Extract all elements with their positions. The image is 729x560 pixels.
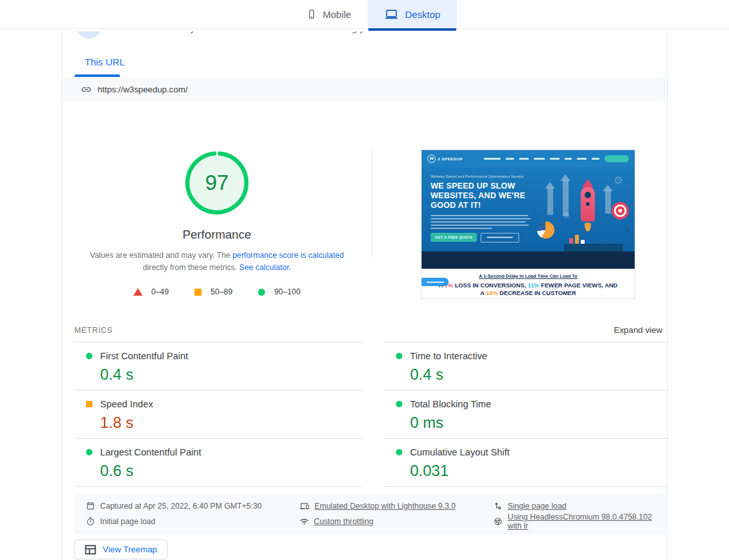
good-circle-icon [258,289,265,296]
nav-link-placeholder [565,158,572,160]
thumb-side-ribbon [422,278,449,286]
device-tab-bar: Mobile Desktop [0,0,729,31]
nav-link-placeholder [519,158,529,160]
text-line-placeholder [431,225,529,226]
pie-chart-icon [537,221,554,239]
tab-desktop-label: Desktop [405,9,440,20]
average-square-icon [194,289,202,296]
capture-info-panel: Captured at Apr 25, 2022, 6:40 PM GMT+5:… [74,493,668,534]
score-note-text-2: directly from these metrics. [142,263,239,272]
metric-value: 0.4 s [410,366,667,384]
thumb-stat-line: A 7% LOSS IN CONVERSIONS, 11% FEWER PAGE… [436,282,620,297]
capture-page-load-type: Initial page load [86,515,300,528]
thumb-illustration: ⚙ ⚙ ⚙ [533,176,631,251]
thumb-site-nav [484,155,629,162]
capture-emulation: Emulated Desktop with Lighthouse 9.3.0 [300,500,493,513]
sampling-icon [493,502,502,511]
metrics-column-right: Time to Interactive 0.4 s Total Blocking… [384,342,667,487]
stat-pct: 16% [486,290,498,296]
capture-browser: Using HeadlessChromium 98.0.4758.102 wit… [493,515,668,528]
capture-text[interactable]: Emulated Desktop with Lighthouse 9.3.0 [314,502,456,511]
score-disclaimer: Values are estimated and may vary. The p… [81,250,353,274]
tab-this-url[interactable]: This URL [85,56,125,67]
up-arrow-icon [605,191,611,214]
rocket-flame [585,223,591,232]
see-calculator-link[interactable]: See calculator. [239,263,291,272]
thumb-hero-section: Website Speed and Performance Optimizati… [422,167,635,251]
metric-value: 0 ms [410,414,667,432]
gear-icon: ⚙ [624,226,631,235]
fail-triangle-icon [133,288,142,296]
desktop-icon [384,8,399,21]
treemap-icon [85,545,96,555]
site-screenshot-thumbnail[interactable]: w 3 SPEEDUP Website Speed and Performanc… [421,149,635,299]
stat-text: LOSS IN CONVERSIONS, [453,282,527,289]
metrics-column-left: First Contentful Paint 0.4 s Speed Index… [74,342,363,487]
bar [575,235,579,244]
metric-total-blocking-time: Total Blocking Time 0 ms [384,391,667,439]
legend-item-good: 90–100 [258,287,300,296]
score-calculation-link[interactable]: performance score is calculated [232,251,344,260]
capture-text[interactable]: Custom throttling [314,517,373,526]
capture-text[interactable]: Single page load [508,502,567,511]
logo-monogram: w [427,155,436,163]
capture-column-2: Emulated Desktop with Lighthouse 9.3.0 C… [300,500,493,528]
score-note-text-1: Values are estimated and may vary. The [90,251,232,260]
thumb-site-logo: w 3 SPEEDUP [427,155,463,163]
bar-chart-icon [569,235,585,244]
nav-cta-pill [605,155,629,162]
text-line-placeholder [431,218,531,219]
text-line-placeholder [431,221,526,223]
legend-item-fail: 0–49 [133,287,169,296]
metric-first-contentful-paint: First Contentful Paint 0.4 s [74,343,363,391]
gear-icon: ⚙ [613,174,623,187]
metric-status-icon [396,353,402,359]
capture-sampling: Single page load [493,500,668,513]
metric-value: 0.031 [410,462,667,480]
calendar-icon [86,502,95,511]
rocket-window [586,202,590,206]
device-tabs: Mobile Desktop [290,0,457,28]
rocket-platform [564,244,623,251]
view-treemap-label: View Treemap [103,545,157,554]
metric-label: Time to Interactive [410,351,487,361]
tab-mobile-label: Mobile [323,9,351,20]
url-bar: https://w3speedup.com/ [62,77,667,101]
metric-status-icon [86,401,92,407]
performance-gauge[interactable]: 97 [184,149,250,216]
link-icon [81,84,92,95]
tab-mobile[interactable]: Mobile [290,0,368,28]
tested-url[interactable]: https://w3speedup.com/ [98,85,187,94]
lab-data-card: See detailed analysis and recommendation… [62,28,668,560]
performance-label: Performance [62,228,372,242]
metric-label: Cumulative Layout Shift [410,447,510,457]
up-arrow-icon [547,188,553,215]
expand-view-button[interactable]: Expand view [614,325,662,335]
performance-score-value: 97 [184,149,250,216]
view-treemap-button[interactable]: View Treemap [74,539,167,559]
metric-status-icon [396,449,402,455]
capture-text[interactable]: Using HeadlessChromium 98.0.4758.102 wit… [508,513,668,530]
chromium-icon [493,517,502,526]
metric-label: Total Blocking Time [410,399,492,409]
text-line-placeholder [431,228,492,229]
thumb-stat-intro: A 1-Second Delay In Load Time Can Lead T… [422,273,635,279]
capture-timestamp: Captured at Apr 25, 2022, 6:40 PM GMT+5:… [86,500,300,513]
capture-text: Initial page load [100,517,155,526]
metric-status-icon [396,401,402,407]
metrics-header: METRICS Expand view [74,325,667,342]
nav-link-placeholder [592,158,599,160]
column-divider [372,149,372,257]
performance-summary-section: 97 Performance Values are estimated and … [62,101,667,325]
nav-link-placeholder [506,158,514,160]
thumb-headline: WE SPEED UP SLOW WEBSITES, AND WE'RE GOO… [431,182,541,210]
capture-column-3: Single page load Using HeadlessChromium … [493,500,668,528]
metrics-section: METRICS Expand view First Contentful Pai… [74,325,667,487]
tab-desktop[interactable]: Desktop [368,0,457,28]
metric-value: 0.6 s [100,462,363,480]
metrics-grid: First Contentful Paint 0.4 s Speed Index… [74,342,667,487]
performance-gauge-column: 97 Performance Values are estimated and … [62,101,372,296]
nav-link-placeholder [484,158,501,160]
capture-column-1: Captured at Apr 25, 2022, 6:40 PM GMT+5:… [86,500,300,528]
metric-status-icon [86,449,92,455]
